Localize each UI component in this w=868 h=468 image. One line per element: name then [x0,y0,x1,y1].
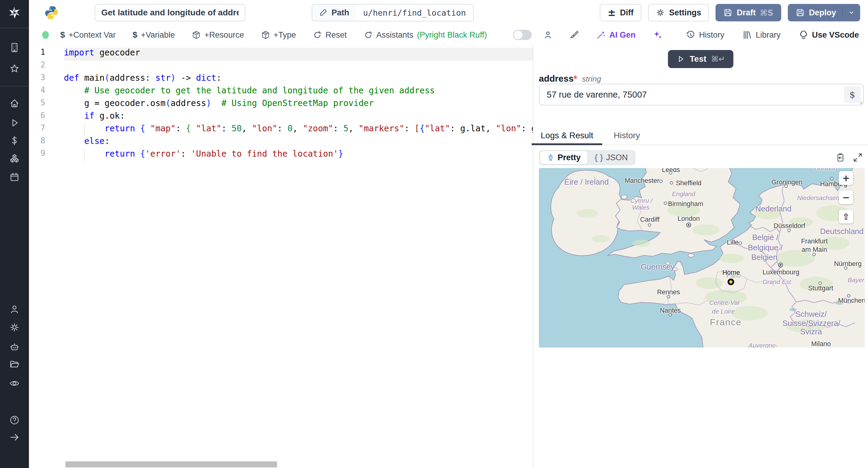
tab-logs-result[interactable]: Logs & Result [539,127,595,144]
windmill-script-editor: Path u/henri/find_location ± Diff Settin… [0,0,868,468]
vscode-cat-icon [799,30,808,40]
ai-sparkle-button[interactable] [652,30,662,40]
code-editor[interactable]: 123456789 import geocoderdef main(addres… [29,44,533,468]
pretty-view-button[interactable]: Pretty [540,151,587,164]
code-content: import geocoderdef main(address: str) ->… [64,47,533,161]
refresh-icon [313,30,322,39]
resize-handle[interactable] [858,100,863,104]
draft-button[interactable]: Draft ⌘S [715,4,781,22]
tab-history[interactable]: History [612,127,642,144]
map-labels: Éire / IrelandLeedsManchesterSheffieldEn… [539,168,865,347]
address-input[interactable] [539,84,864,105]
code-line: else: [64,136,533,149]
json-view-button[interactable]: { } JSON [588,151,635,164]
dollar-icon: $ [133,30,137,40]
history-clock-icon [686,30,695,40]
library-label: Library [755,30,781,40]
line-number: 9 [29,149,64,161]
horizontal-scrollbar[interactable] [65,461,277,467]
path-label: Path [332,8,349,18]
folders-icon[interactable] [0,359,29,370]
expand-sidebar-arrow-icon[interactable] [0,432,29,442]
diff-button[interactable]: ± Diff [600,4,641,22]
code-line: import geocoder [64,47,533,60]
audit-eye-icon[interactable] [0,378,29,389]
home-marker[interactable] [727,278,734,285]
magic-wand-icon [596,30,606,40]
argument-type: string [582,74,601,84]
argument-name: address [539,73,574,83]
windmill-logo-icon[interactable] [0,6,29,19]
reset-button[interactable]: Reset [313,30,347,40]
chevron-down-icon [847,9,855,16]
argument-header: address* string [539,73,601,84]
assistants-button[interactable]: Assistants (Pyright Black Ruff) [364,30,487,40]
multiplayer-button[interactable] [543,30,553,40]
favorites-star-icon[interactable] [0,64,29,74]
format-brush-button[interactable] [569,30,579,40]
map-label: Leeds [662,168,680,174]
reset-label: Reset [326,30,347,40]
python-logo-icon [44,5,59,20]
map-label: België / [752,233,778,242]
plus-minus-icon: ± [608,8,616,18]
add-context-var-button[interactable]: $ +Context Var [60,30,116,40]
topbar: Path u/henri/find_location ± Diff Settin… [29,0,868,25]
add-variable-button[interactable]: $ +Variable [133,30,175,40]
line-number: 4 [29,86,64,98]
home-icon[interactable] [0,98,29,108]
deploy-dropdown-chevron[interactable] [842,7,855,18]
workspace-icon[interactable] [0,42,29,53]
user-icon[interactable] [0,304,29,314]
workers-robot-icon[interactable] [0,342,29,352]
map-recenter-button[interactable]: ⇧ [839,210,853,224]
test-run-button[interactable]: Test ⌘↵ [668,50,733,68]
resources-cubes-icon[interactable] [0,154,29,164]
brush-icon [569,30,579,40]
line-number-gutter: 123456789 [29,47,64,161]
settings-gear-icon[interactable] [0,322,29,332]
use-vscode-button[interactable]: Use VScode [799,30,859,40]
map-zoom-out-button[interactable]: − [839,190,853,204]
code-assistant-toggle[interactable] [513,30,532,40]
fullscreen-expand-icon[interactable] [853,153,863,162]
script-summary-input[interactable] [95,4,245,22]
pretty-label: Pretty [558,153,581,162]
help-icon[interactable] [0,415,29,425]
path-widget[interactable]: Path u/henri/find_location [312,4,474,22]
map-label: Belgien [751,253,778,262]
map-zoom-in-button[interactable]: + [839,171,853,185]
history-button[interactable]: History [686,30,724,40]
deploy-button[interactable]: Deploy [788,4,860,22]
result-map[interactable]: Éire / IrelandLeedsManchesterSheffieldEn… [539,168,865,347]
line-number: 1 [29,47,64,60]
variables-dollar-icon[interactable] [0,136,29,146]
map-label: England [672,190,695,198]
map-label: Grand Est [763,278,791,286]
line-number: 2 [29,60,64,73]
map-label: Rennes [657,288,680,296]
diff-label: Diff [620,8,633,18]
library-button[interactable]: Library [742,30,781,40]
gear-icon [656,8,665,17]
map-label: Birmingham [668,200,703,208]
line-number: 6 [29,111,64,124]
add-type-button[interactable]: +Type [261,30,296,40]
schedules-calendar-icon[interactable] [0,172,29,182]
map-label: Frankfurt [801,237,828,245]
sidebar-divider [0,28,29,28]
map-label: Belgique / [748,243,783,253]
ai-gen-button[interactable]: AI Gen [596,30,636,40]
library-icon [742,30,752,40]
map-label: Bayern [848,276,865,284]
map-label: Niedersachsen [797,194,839,201]
settings-button[interactable]: Settings [648,4,709,22]
copy-result-icon[interactable] [835,153,845,162]
runs-play-icon[interactable] [0,118,29,128]
add-resource-label: +Resource [204,30,244,40]
map-label: am Main [802,246,827,254]
map-label: Auvergne- [749,342,778,347]
add-resource-button[interactable]: +Resource [192,30,244,40]
package-icon [261,30,270,39]
editor-toolbar: $ +Context Var $ +Variable +Resource +Ty… [29,25,868,45]
